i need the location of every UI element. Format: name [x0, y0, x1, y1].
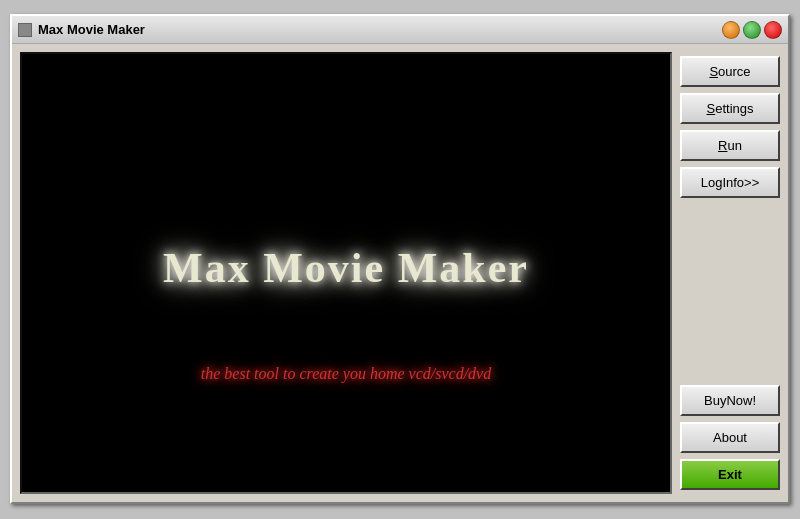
buynow-button[interactable]: BuyNow!: [680, 385, 780, 416]
minimize-button[interactable]: [722, 21, 740, 39]
main-window: Max Movie Maker Max Movie Maker the best…: [10, 14, 790, 504]
preview-subtitle-text: the best tool to create you home vcd/svc…: [201, 365, 491, 383]
window-icon: [18, 23, 32, 37]
exit-button[interactable]: Exit: [680, 459, 780, 490]
sidebar: Source Settings Run LogInfo>> BuyNow! Ab…: [680, 52, 780, 494]
window-title: Max Movie Maker: [38, 22, 145, 37]
settings-button[interactable]: Settings: [680, 93, 780, 124]
window-content: Max Movie Maker the best tool to create …: [12, 44, 788, 502]
title-bar: Max Movie Maker: [12, 16, 788, 44]
maximize-button[interactable]: [743, 21, 761, 39]
spacer: [680, 204, 780, 379]
close-button[interactable]: [764, 21, 782, 39]
about-button[interactable]: About: [680, 422, 780, 453]
window-controls: [722, 21, 782, 39]
run-button[interactable]: Run: [680, 130, 780, 161]
source-button[interactable]: Source: [680, 56, 780, 87]
preview-panel: Max Movie Maker the best tool to create …: [20, 52, 672, 494]
preview-title-text: Max Movie Maker: [163, 244, 529, 292]
loginfo-button[interactable]: LogInfo>>: [680, 167, 780, 198]
